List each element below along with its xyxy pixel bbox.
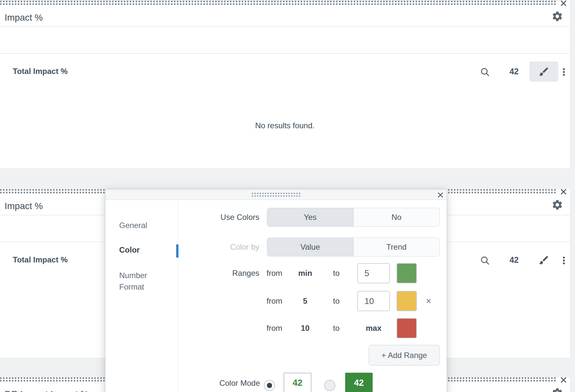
use-colors-yes-option[interactable]: Yes <box>267 208 353 226</box>
range-color-swatch-red[interactable] <box>397 318 417 338</box>
range-color-swatch-yellow[interactable] <box>397 291 417 311</box>
close-icon <box>559 0 568 8</box>
range-row-2: from 5 to <box>105 291 447 311</box>
range-color-swatch-green[interactable] <box>397 263 417 283</box>
widget-selection-border[interactable] <box>0 1 557 5</box>
widget-title: Impact % <box>5 12 43 23</box>
kebab-menu-icon <box>559 256 569 265</box>
modal-drag-handle[interactable] <box>105 189 447 200</box>
modal-close-button[interactable] <box>436 191 445 199</box>
range-from-label: from <box>265 296 284 306</box>
close-icon <box>436 191 444 199</box>
range-from-label: from <box>265 269 284 278</box>
remove-range-button[interactable] <box>423 296 434 306</box>
color-by-toggle: Value Trend <box>267 238 440 257</box>
range-to-label: to <box>328 296 344 306</box>
gear-icon <box>551 199 563 211</box>
gear-icon <box>551 10 563 22</box>
range-to-label: to <box>328 269 344 278</box>
color-by-value-option[interactable]: Value <box>267 238 353 256</box>
range-to-label: to <box>328 324 344 333</box>
color-mode-text-sample[interactable]: 42 <box>284 373 311 392</box>
range-from-value: 5 <box>289 296 322 306</box>
radio-dot <box>267 383 272 388</box>
range-to-input[interactable] <box>357 291 390 311</box>
color-mode-label: Color Mode <box>187 379 260 388</box>
result-count: 42 <box>506 255 522 265</box>
widget-settings-button[interactable] <box>551 199 563 211</box>
kebab-menu-icon <box>559 67 569 77</box>
subheader-divider <box>0 53 570 54</box>
range-row-3: from 10 to max <box>105 318 447 338</box>
paintbrush-icon <box>538 255 549 266</box>
dashboard-canvas: Impact % Total Impact % 42 No results fo… <box>0 0 575 392</box>
search-button[interactable] <box>478 66 492 78</box>
color-by-label: Color by <box>187 242 259 252</box>
color-mode-background-sample[interactable]: 42 <box>345 373 373 392</box>
widget-title: Impact % <box>5 201 43 211</box>
widget-settings-button[interactable] <box>551 387 563 392</box>
gear-icon <box>551 387 563 392</box>
range-to-value: max <box>357 324 390 333</box>
use-colors-label: Use Colors <box>187 213 259 222</box>
result-count: 42 <box>506 67 522 76</box>
nav-item-color[interactable]: Color <box>119 245 140 255</box>
remove-widget-button[interactable] <box>558 375 569 384</box>
widget-title: DR Impact Impact % <box>5 389 89 392</box>
drag-dots-icon <box>252 193 301 197</box>
color-mode-radio-text[interactable] <box>264 380 275 391</box>
range-from-label: from <box>265 324 284 333</box>
search-button[interactable] <box>478 254 492 267</box>
add-range-button[interactable]: + Add Range <box>369 345 440 365</box>
use-colors-toggle: Yes No <box>267 208 440 227</box>
widget-settings-button[interactable] <box>551 10 563 22</box>
style-paintbrush-button[interactable] <box>529 250 558 270</box>
metric-label: Total Impact % <box>13 255 68 264</box>
nav-active-indicator <box>176 244 178 258</box>
empty-state-message: No results found. <box>0 121 570 130</box>
nav-item-general[interactable]: General <box>119 221 147 230</box>
metric-label: Total Impact % <box>13 67 68 76</box>
use-colors-no-option[interactable]: No <box>353 208 440 226</box>
widget-menu-button[interactable] <box>559 66 569 78</box>
widget-menu-button[interactable] <box>559 254 569 267</box>
widget-settings-modal: General Color Number Format Use Colors Y… <box>105 189 447 392</box>
color-by-trend-option[interactable]: Trend <box>353 238 440 256</box>
range-to-input[interactable] <box>357 263 390 283</box>
range-from-value: 10 <box>289 324 322 333</box>
style-paintbrush-button[interactable] <box>529 62 558 82</box>
range-row-1: from min to <box>105 263 447 283</box>
widget-impact-top: Impact % Total Impact % 42 No results fo… <box>0 1 570 168</box>
close-icon <box>559 187 568 196</box>
close-icon <box>425 298 432 304</box>
close-icon <box>559 376 568 384</box>
color-mode-radio-background[interactable] <box>324 380 335 391</box>
header-divider <box>0 27 570 27</box>
remove-widget-button[interactable] <box>558 0 569 8</box>
paintbrush-icon <box>538 66 549 77</box>
remove-widget-button[interactable] <box>558 187 569 196</box>
search-icon <box>480 255 490 266</box>
range-from-value: min <box>289 269 322 278</box>
search-icon <box>480 67 490 77</box>
